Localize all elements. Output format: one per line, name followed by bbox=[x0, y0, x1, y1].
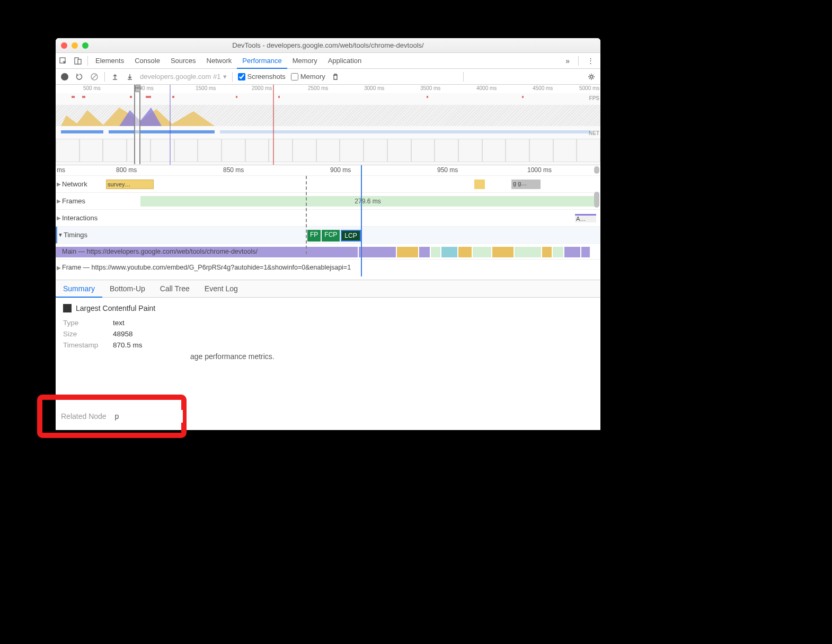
clear-icon[interactable] bbox=[90, 72, 99, 82]
expand-icon[interactable]: ▶ bbox=[56, 265, 62, 271]
ftick: ms bbox=[57, 166, 65, 174]
minimize-icon[interactable] bbox=[72, 42, 78, 49]
row-value: 48958 bbox=[113, 330, 133, 338]
detail-tabbar: Summary Bottom-Up Call Tree Event Log bbox=[56, 280, 600, 298]
tick: 3500 ms bbox=[420, 85, 440, 91]
more-tabs-icon[interactable]: » bbox=[559, 57, 576, 65]
overview-panel[interactable]: 500 ms 000 ms 1500 ms 2000 ms 2500 ms 30… bbox=[56, 85, 600, 165]
download-icon[interactable] bbox=[125, 72, 135, 82]
tick: 4000 ms bbox=[476, 85, 497, 91]
separator bbox=[104, 72, 105, 82]
color-swatch bbox=[63, 304, 72, 312]
dtab-bottom-up[interactable]: Bottom-Up bbox=[102, 280, 153, 298]
traffic-lights bbox=[61, 42, 88, 49]
device-toggle-icon[interactable] bbox=[70, 53, 85, 68]
scrollbar-thumb[interactable] bbox=[594, 166, 599, 174]
upload-icon[interactable] bbox=[110, 72, 120, 82]
screenshots-label: Screenshots bbox=[247, 73, 286, 80]
track-label: Timings bbox=[64, 231, 87, 239]
row-key: Related Node bbox=[61, 412, 107, 421]
screenshots-checkbox[interactable]: Screenshots bbox=[238, 73, 286, 80]
tab-network[interactable]: Network bbox=[201, 53, 237, 69]
expand-icon[interactable]: ▶ bbox=[56, 215, 62, 221]
summary-description: age performance metrics. bbox=[63, 352, 593, 361]
recording-select[interactable]: developers.google.com #1 ▾ bbox=[140, 73, 227, 80]
track-label: Network bbox=[62, 180, 87, 188]
row-value: text bbox=[113, 319, 125, 327]
tick: 500 ms bbox=[83, 85, 101, 91]
zoom-icon[interactable] bbox=[82, 42, 88, 49]
window-title: DevTools - developers.google.com/web/too… bbox=[56, 41, 600, 49]
ftick: 850 ms bbox=[223, 166, 244, 174]
interaction-bar[interactable]: A… bbox=[575, 214, 596, 222]
svg-rect-2 bbox=[78, 59, 81, 64]
track-main[interactable]: ▶ Main — https://developers.google.com/w… bbox=[56, 244, 600, 260]
close-icon[interactable] bbox=[61, 42, 67, 49]
tab-elements[interactable]: Elements bbox=[90, 53, 129, 69]
track-label: Frames bbox=[62, 197, 85, 205]
track-frame[interactable]: ▶ Frame — https://www.youtube.com/embed/… bbox=[56, 260, 600, 275]
memory-checkbox[interactable]: Memory bbox=[291, 73, 325, 80]
summary-panel: Largest Contentful Paint Type text Size … bbox=[56, 298, 600, 367]
trash-icon[interactable] bbox=[331, 72, 340, 82]
tick: 1500 ms bbox=[196, 85, 216, 91]
record-icon[interactable] bbox=[60, 72, 69, 82]
devtools-tabbar: Elements Console Sources Network Perform… bbox=[56, 53, 600, 69]
screenshots-input[interactable] bbox=[238, 73, 245, 80]
ftick: 950 ms bbox=[437, 166, 458, 174]
summary-row-related-node: Related Node p bbox=[61, 410, 183, 423]
fp-badge[interactable]: FP bbox=[307, 230, 321, 241]
row-value: 870.5 ms bbox=[113, 341, 143, 349]
summary-row-size: Size 48958 bbox=[63, 330, 593, 338]
flame-chart[interactable]: ms 800 ms 850 ms 900 ms 950 ms 1000 ms ▶… bbox=[56, 165, 600, 275]
tick: 3000 ms bbox=[364, 85, 384, 91]
inspect-icon[interactable] bbox=[56, 53, 70, 68]
row-key: Size bbox=[63, 330, 108, 338]
dtab-event-log[interactable]: Event Log bbox=[197, 280, 245, 298]
tab-sources[interactable]: Sources bbox=[165, 53, 201, 69]
tab-performance[interactable]: Performance bbox=[237, 53, 287, 69]
scrollbar-thumb[interactable] bbox=[594, 192, 599, 208]
separator bbox=[578, 56, 579, 66]
memory-input[interactable] bbox=[291, 73, 298, 80]
devtools-window: DevTools - developers.google.com/web/too… bbox=[56, 38, 600, 430]
gear-icon[interactable] bbox=[587, 72, 596, 82]
flame-ruler: ms 800 ms 850 ms 900 ms 950 ms 1000 ms bbox=[56, 165, 600, 176]
fcp-badge[interactable]: FCP bbox=[322, 230, 340, 241]
track-network[interactable]: ▶ Network survey… g g… bbox=[56, 176, 600, 193]
titlebar: DevTools - developers.google.com/web/too… bbox=[56, 38, 600, 53]
track-interactions[interactable]: ▶ Interactions A… bbox=[56, 210, 600, 227]
track-label: Interactions bbox=[62, 214, 98, 222]
tab-application[interactable]: Application bbox=[323, 53, 367, 69]
track-timings[interactable]: ▼ Timings FP FCP LCP bbox=[56, 227, 600, 244]
row-key: Type bbox=[63, 319, 108, 327]
chevron-down-icon: ▾ bbox=[223, 73, 227, 80]
summary-header: Largest Contentful Paint bbox=[63, 304, 593, 312]
network-bar[interactable] bbox=[474, 180, 485, 189]
ftick: 800 ms bbox=[116, 166, 137, 174]
lcp-badge[interactable]: LCP bbox=[341, 230, 360, 241]
expand-icon[interactable]: ▶ bbox=[56, 181, 62, 187]
frame-bar[interactable]: 279.6 ms bbox=[140, 196, 595, 207]
timing-badges: FP FCP LCP bbox=[307, 230, 361, 241]
network-bar[interactable]: g g… bbox=[511, 180, 541, 189]
collapse-icon[interactable]: ▼ bbox=[57, 232, 64, 238]
dtab-call-tree[interactable]: Call Tree bbox=[153, 280, 197, 298]
tab-console[interactable]: Console bbox=[129, 53, 165, 69]
summary-title: Largest Contentful Paint bbox=[76, 304, 155, 312]
network-bar[interactable]: survey… bbox=[106, 180, 154, 189]
tab-memory[interactable]: Memory bbox=[287, 53, 323, 69]
handle-grip[interactable]: ms bbox=[135, 85, 140, 92]
tick: 4500 ms bbox=[533, 85, 553, 91]
reload-icon[interactable] bbox=[75, 72, 84, 82]
kebab-menu-icon[interactable]: ⋮ bbox=[581, 57, 600, 65]
row-value[interactable]: p bbox=[115, 412, 119, 421]
separator bbox=[232, 72, 233, 82]
expand-icon[interactable]: ▶ bbox=[56, 198, 62, 204]
dtab-summary[interactable]: Summary bbox=[56, 280, 102, 298]
summary-row-type: Type text bbox=[63, 319, 593, 327]
perf-toolbar: developers.google.com #1 ▾ Screenshots M… bbox=[56, 69, 600, 85]
separator bbox=[87, 56, 88, 66]
range-handle[interactable]: ms bbox=[134, 85, 140, 164]
track-frames[interactable]: ▶ Frames 279.6 ms bbox=[56, 193, 600, 210]
